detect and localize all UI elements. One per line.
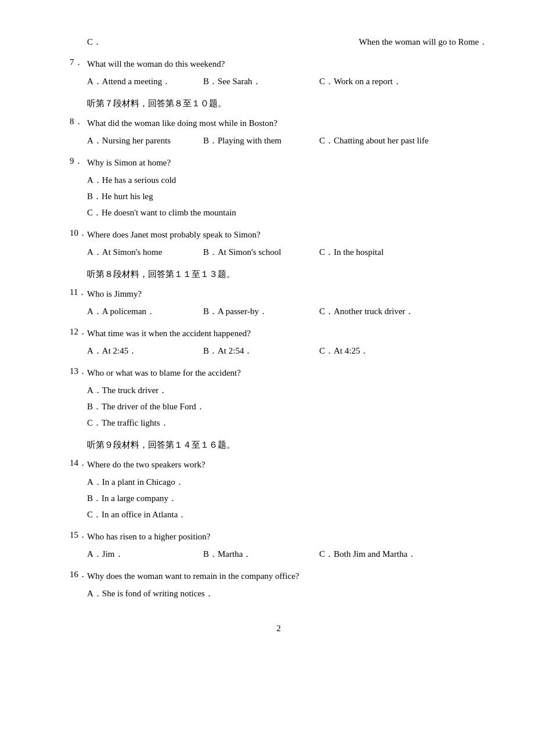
q14-number: 14． [70,458,87,469]
question-15: 15． Who has risen to a higher position? … [70,530,488,561]
option-c-text: C． [87,35,359,49]
q9-option-a: A．He has a serious cold [70,173,488,187]
q8-option-a: A．Nursing her parents [87,134,203,147]
q13-text: Who or what was to blame for the acciden… [87,366,488,380]
q12-option-a: A．At 2:45． [87,344,203,358]
section-note-7: 听第７段材料，回答第８至１０题。 [70,96,488,110]
q8-number: 8． [70,116,87,127]
q10-text: Where does Janet most probably speak to … [87,228,488,242]
q13-option-b: B．The driver of the blue Ford． [70,399,488,413]
option-c-intro: C． When the woman will go to Rome． [70,35,488,49]
q10-option-a: A．At Simon's home [87,245,203,259]
q9-number: 9． [70,156,87,167]
q13-number: 13． [70,366,87,377]
q11-option-b: B．A passer-by． [203,304,319,318]
q12-number: 12． [70,326,87,337]
q9-option-c: C．He doesn't want to climb the mountain [70,206,488,219]
q15-option-c: C．Both Jim and Martha． [319,547,488,561]
question-10: 10． Where does Janet most probably speak… [70,228,488,259]
page-number: 2 [70,624,488,633]
q16-text: Why does the woman want to remain in the… [87,569,488,583]
option-c-value: When the woman will go to Rome． [359,35,488,49]
q15-number: 15． [70,530,87,541]
question-16: 16． Why does the woman want to remain in… [70,569,488,600]
question-14: 14． Where do the two speakers work? A．In… [70,458,488,521]
q11-option-c: C．Another truck driver． [319,304,488,318]
q7-option-a: A．Attend a meeting． [87,74,203,88]
question-11: 11． Who is Jimmy? A．A policeman． B．A pas… [70,287,488,318]
q13-option-a: A．The truck driver． [70,383,488,397]
question-7: 7． What will the woman do this weekend? … [70,57,488,88]
q8-option-c: C．Chatting about her past life [319,134,488,147]
page-content: C． When the woman will go to Rome． 7． Wh… [70,35,488,633]
q7-option-c: C．Work on a report． [319,74,488,88]
q10-number: 10． [70,228,87,239]
question-9: 9． Why is Simon at home? A．He has a seri… [70,156,488,219]
q15-option-b: B．Martha． [203,547,319,561]
section-note-9: 听第９段材料，回答第１４至１６题。 [70,438,488,452]
q8-option-b: B．Playing with them [203,134,319,147]
q11-option-a: A．A policeman． [87,304,203,318]
q7-text: What will the woman do this weekend? [87,57,488,71]
q14-option-c: C．In an office in Atlanta． [70,507,488,521]
q7-number: 7． [70,57,87,68]
q10-option-c: C．In the hospital [319,245,488,259]
question-8: 8． What did the woman like doing most wh… [70,116,488,147]
q8-text: What did the woman like doing most while… [87,116,488,130]
q16-number: 16． [70,569,87,580]
q13-option-c: C．The traffic lights． [70,416,488,430]
q10-option-b: B．At Simon's school [203,245,319,259]
q14-text: Where do the two speakers work? [87,458,488,471]
question-13: 13． Who or what was to blame for the acc… [70,366,488,430]
q16-option-a: A．She is fond of writing notices． [70,586,488,600]
q14-option-a: A．In a plant in Chicago． [70,475,488,489]
q11-text: Who is Jimmy? [87,287,488,301]
q9-text: Why is Simon at home? [87,156,488,170]
q9-option-b: B．He hurt his leg [70,189,488,203]
q15-text: Who has risen to a higher position? [87,530,488,543]
q15-option-a: A．Jim． [87,547,203,561]
q7-option-b: B．See Sarah． [203,74,319,88]
section-note-8: 听第８段材料，回答第１１至１３题。 [70,267,488,281]
question-12: 12． What time was it when the accident h… [70,326,488,358]
q14-option-b: B．In a large company． [70,491,488,505]
q11-number: 11． [70,287,87,298]
q12-option-b: B．At 2:54． [203,344,319,358]
q12-text: What time was it when the accident happe… [87,326,488,340]
q12-option-c: C．At 4:25． [319,344,488,358]
